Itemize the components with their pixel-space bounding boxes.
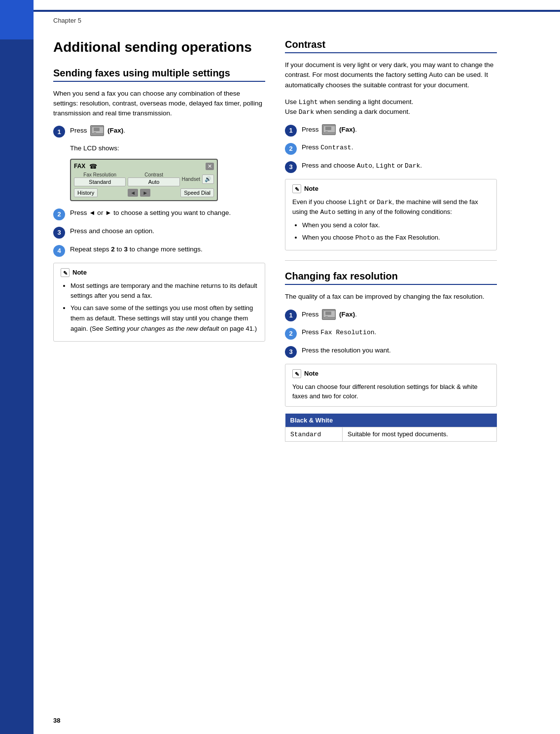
contrast-body2: Use Light when sending a light document.… xyxy=(285,97,497,117)
step-2-fax-res-text: Press Fax Resolution. xyxy=(302,327,497,338)
step-2-contrast-text: Press Contrast. xyxy=(302,142,497,153)
step-1-contrast-text: Press (Fax). xyxy=(302,124,497,135)
step-2-left: 2 Press ◄ or ► to choose a setting you w… xyxy=(53,208,265,220)
contrast-note-item-2: When you choose Photo as the Fax Resolut… xyxy=(302,233,490,244)
lcd-history[interactable]: History xyxy=(74,188,98,197)
lcd-bottom-row: History ◄ ► Speed Dial xyxy=(74,188,214,197)
step-2-contrast: 2 Press Contrast. xyxy=(285,142,497,155)
note-label-contrast: Note xyxy=(304,185,318,192)
note-icon-contrast: ✎ xyxy=(292,184,301,193)
step-3-fax-res-text: Press the resolution you want. xyxy=(302,346,497,355)
sidebar-top-accent xyxy=(0,0,34,39)
fax-bold-1-left: (Fax) xyxy=(107,127,123,134)
lcd-x-button[interactable]: ✕ xyxy=(206,163,214,170)
sidebar xyxy=(0,0,34,734)
step-circle-2-fax-res: 2 xyxy=(285,328,297,340)
contrast-note-list: When you send a color fax. When you choo… xyxy=(292,220,490,244)
step-4-left: 4 Repeat steps 2 to 3 to change more set… xyxy=(53,245,265,257)
fax-bold-res: (Fax) xyxy=(339,310,355,317)
fax-res-note-body: You can choose four different resolution… xyxy=(292,382,490,401)
step-circle-1-left: 1 xyxy=(53,126,65,138)
lcd-nav-left[interactable]: ◄ xyxy=(128,189,138,197)
svg-rect-2 xyxy=(94,132,96,134)
fax-resolution-title: Changing fax resolution xyxy=(285,271,497,285)
chapter-label: Chapter 5 xyxy=(53,17,560,24)
lcd-cell3-icon: 🔊 xyxy=(202,175,214,184)
step-circle-2-left: 2 xyxy=(53,209,65,220)
contrast-note-item-1: When you send a color fax. xyxy=(302,220,490,231)
lcd-label-row: The LCD shows: xyxy=(70,143,265,153)
step-3-contrast: 3 Press and choose Auto, Light or Dark. xyxy=(285,161,497,173)
lcd-cell2-value: Auto xyxy=(128,177,179,186)
step-circle-3-contrast: 3 xyxy=(285,161,297,173)
page-title: Additional sending operations xyxy=(53,39,265,56)
contrast-body1: If your document is very light or very d… xyxy=(285,60,497,90)
contrast-note-body: Even if you choose Light or Dark, the ma… xyxy=(292,197,490,217)
note-item-2-left: You can save some of the settings you us… xyxy=(70,303,258,334)
right-column: Contrast If your document is very light … xyxy=(285,39,497,442)
page-number: 38 xyxy=(53,717,60,724)
note-item-1-left: Most settings are temporary and the mach… xyxy=(70,281,258,302)
step-1-left-text: Press (Fax). xyxy=(70,125,265,136)
svg-rect-7 xyxy=(325,312,331,315)
lcd-top-row: FAX ☎ ✕ xyxy=(74,163,214,170)
lcd-label: The LCD shows: xyxy=(70,143,265,153)
svg-rect-4 xyxy=(325,127,331,130)
lcd-cell2-label: Contrast xyxy=(128,172,179,177)
note-label-fax-res: Note xyxy=(304,370,318,377)
fax-bold-contrast: (Fax) xyxy=(339,125,355,133)
section1-title: Sending faxes using multiple settings xyxy=(53,68,265,82)
note-icon-fax-res: ✎ xyxy=(292,369,301,378)
lcd-speed-dial[interactable]: Speed Dial xyxy=(180,188,214,197)
step-1-left: 1 Press (Fax). xyxy=(53,125,265,138)
lcd-cell3-label: Handset xyxy=(182,176,200,182)
step-1-fax-res: 1 Press (Fax). xyxy=(285,309,497,321)
step-1-fax-res-text: Press (Fax). xyxy=(302,309,497,320)
fax-button-icon-contrast xyxy=(322,124,336,135)
step-circle-1-contrast: 1 xyxy=(285,125,297,137)
divider xyxy=(285,260,497,261)
step-1-contrast: 1 Press (Fax). xyxy=(285,124,497,137)
note-title-contrast: ✎ Note xyxy=(292,184,490,193)
step-circle-4-left: 4 xyxy=(53,245,65,257)
note-list-left: Most settings are temporary and the mach… xyxy=(61,281,258,334)
step-circle-3-fax-res: 3 xyxy=(285,346,297,358)
content-columns: Additional sending operations Sending fa… xyxy=(34,39,560,442)
svg-rect-8 xyxy=(325,316,328,318)
step-3-contrast-text: Press and choose Auto, Light or Dark. xyxy=(302,161,497,171)
resolution-table: Black & White Standard Suitable for most… xyxy=(285,414,497,442)
step-3-left: 3 Press and choose an option. xyxy=(53,226,265,239)
lcd-cell-handset: Handset 🔊 xyxy=(182,172,214,186)
step-circle-2-contrast: 2 xyxy=(285,143,297,155)
lcd-fax-label: FAX xyxy=(74,163,85,170)
main-content: Chapter 5 Additional sending operations … xyxy=(34,0,560,734)
lcd-cell1-label: Fax Resolution xyxy=(74,172,126,177)
lcd-nav-area: ◄ ► xyxy=(128,189,150,197)
fax-resolution-body: The quality of a fax can be improved by … xyxy=(285,292,497,302)
lcd-screen: FAX ☎ ✕ Fax Resolution Standard Contrast… xyxy=(70,159,218,201)
note-icon-left: ✎ xyxy=(61,268,70,277)
table-header: Black & White xyxy=(285,414,497,427)
step-circle-3-left: 3 xyxy=(53,227,65,239)
svg-rect-5 xyxy=(325,131,328,133)
lcd-nav-right[interactable]: ► xyxy=(140,189,150,197)
step-3-left-text: Press and choose an option. xyxy=(70,226,265,236)
contrast-title: Contrast xyxy=(285,39,497,53)
lcd-cells: Fax Resolution Standard Contrast Auto Ha… xyxy=(74,172,214,186)
lcd-cell-contrast: Contrast Auto xyxy=(128,172,179,186)
left-column: Additional sending operations Sending fa… xyxy=(53,39,265,442)
lcd-top-left: FAX ☎ xyxy=(74,163,97,170)
svg-rect-1 xyxy=(94,128,100,131)
step-circle-1-fax-res: 1 xyxy=(285,310,297,321)
lcd-cell-fax-resolution: Fax Resolution Standard xyxy=(74,172,126,186)
fax-button-icon-left xyxy=(90,125,104,136)
table-row-standard: Standard Suitable for most typed documen… xyxy=(285,427,497,441)
fax-button-icon-res xyxy=(322,309,336,320)
lcd-phone-icon: ☎ xyxy=(89,163,97,170)
section1-body: When you send a fax you can choose any c… xyxy=(53,89,265,119)
note-box-contrast: ✎ Note Even if you choose Light or Dark,… xyxy=(285,179,497,251)
note-label-left: Note xyxy=(72,269,87,276)
note-box-fax-res: ✎ Note You can choose four different res… xyxy=(285,364,497,407)
top-border xyxy=(34,10,560,12)
note-title-fax-res: ✎ Note xyxy=(292,369,490,378)
